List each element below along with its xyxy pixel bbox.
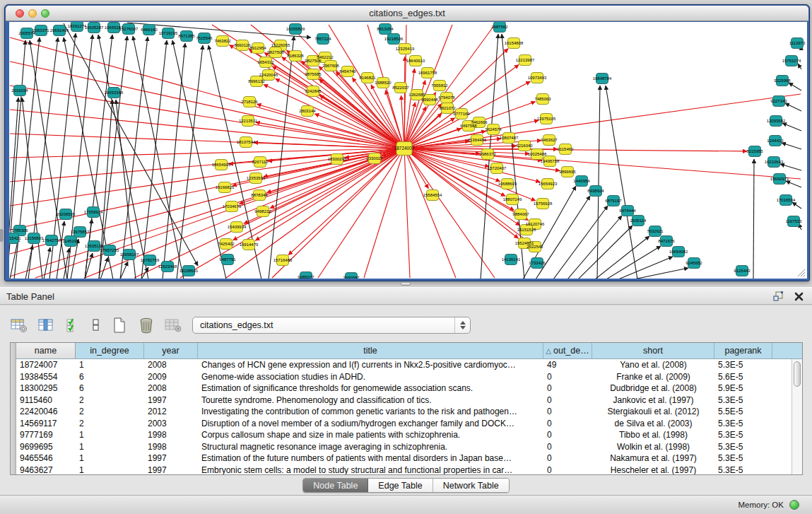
- cell-out_de[interactable]: 0: [543, 452, 592, 465]
- tab-edge-table[interactable]: Edge Table: [368, 479, 433, 492]
- tab-network-table[interactable]: Network Table: [433, 479, 509, 492]
- cell-title[interactable]: Investigating the contribution of common…: [198, 406, 543, 418]
- cell-pagerank[interactable]: 5.6E-5: [714, 371, 772, 383]
- column-header-pagerank[interactable]: pagerank: [714, 343, 772, 358]
- cell-name[interactable]: 18300295: [16, 382, 76, 395]
- cell-name[interactable]: 9465546: [16, 452, 76, 465]
- cell-pagerank[interactable]: 5.3E-5: [714, 452, 772, 465]
- tab-node-table[interactable]: Node Table: [303, 479, 368, 492]
- cell-pagerank[interactable]: 5.3E-5: [714, 418, 772, 430]
- cell-out_de[interactable]: 49: [543, 359, 592, 371]
- cell-short[interactable]: Yano et al. (2008): [592, 359, 714, 371]
- network-window-titlebar[interactable]: citations_edges.txt: [6, 6, 808, 21]
- cell-short[interactable]: de Silva et al. (2003): [592, 418, 714, 430]
- cell-short[interactable]: Franke et al. (2009): [592, 371, 714, 383]
- cell-year[interactable]: 1998: [144, 429, 198, 441]
- scrollbar-thumb[interactable]: [794, 361, 801, 387]
- table-row[interactable]: 911546021997Tourette syndrome. Phenomeno…: [16, 395, 792, 407]
- cell-short[interactable]: Dudbridge et al. (2008): [592, 382, 714, 395]
- cell-pagerank[interactable]: 5.3E-5: [714, 359, 772, 371]
- select-all-icon[interactable]: [64, 316, 82, 334]
- table-row[interactable]: 1456911722003Disruption of a novel membe…: [16, 418, 792, 430]
- close-panel-icon[interactable]: [794, 292, 804, 301]
- row-height-icon[interactable]: [90, 316, 102, 334]
- control-panel-collapsed-handle[interactable]: [0, 229, 4, 242]
- cell-in_degree[interactable]: 2: [76, 418, 144, 430]
- cell-out_de[interactable]: 0: [543, 395, 592, 407]
- cell-name[interactable]: 18724007: [16, 359, 76, 371]
- cell-in_degree[interactable]: 1: [76, 429, 144, 441]
- cell-pagerank[interactable]: 5.3E-5: [714, 429, 772, 441]
- cell-year[interactable]: 1997: [144, 395, 198, 407]
- cell-in_degree[interactable]: 1: [76, 465, 144, 475]
- cell-in_degree[interactable]: 6: [76, 382, 144, 395]
- cell-title[interactable]: Corpus callosum shape and size in male p…: [198, 429, 543, 441]
- cell-out_de[interactable]: 0: [543, 441, 592, 453]
- cell-title[interactable]: Tourette syndrome. Phenomenology and cla…: [198, 395, 543, 407]
- cell-name[interactable]: 9699695: [16, 441, 76, 453]
- column-header-name[interactable]: name: [16, 343, 76, 358]
- show-column-icon[interactable]: [37, 316, 55, 334]
- cell-in_degree[interactable]: 1: [76, 441, 144, 453]
- cell-name[interactable]: 19384554: [16, 371, 76, 383]
- cell-in_degree[interactable]: 1: [76, 452, 144, 465]
- cell-year[interactable]: 1998: [144, 441, 198, 453]
- cell-short[interactable]: Wolkin et al. (1998): [592, 441, 714, 453]
- cell-pagerank[interactable]: 5.3E-5: [714, 441, 772, 453]
- cell-title[interactable]: Estimation of significance thresholds fo…: [198, 382, 543, 395]
- table-vertical-scrollbar[interactable]: [792, 359, 802, 474]
- cell-short[interactable]: Jankovic et al. (1997): [592, 395, 714, 407]
- cell-name[interactable]: 9463627: [16, 465, 76, 475]
- cell-title[interactable]: Estimation of the future numbers of pati…: [198, 452, 543, 465]
- node-attribute-table[interactable]: namein_degreeyeartitle△out_de…shortpager…: [10, 342, 803, 475]
- cell-pagerank[interactable]: 5.9E-5: [714, 382, 772, 395]
- cell-year[interactable]: 2008: [144, 359, 198, 371]
- cell-pagerank[interactable]: 5.3E-5: [714, 395, 772, 407]
- cell-year[interactable]: 2012: [144, 406, 198, 418]
- table-options-icon[interactable]: [10, 316, 28, 334]
- cell-year[interactable]: 1997: [144, 452, 198, 465]
- cell-name[interactable]: 22420046: [16, 406, 76, 418]
- cell-short[interactable]: Tibbo et al. (1998): [592, 429, 714, 441]
- cell-in_degree[interactable]: 2: [76, 395, 144, 407]
- column-header-year[interactable]: year: [144, 343, 198, 358]
- resize-grip-icon[interactable]: [796, 267, 806, 277]
- cell-short[interactable]: Stergiakouli et al. (2012): [592, 406, 714, 418]
- cell-out_de[interactable]: 0: [543, 406, 592, 418]
- cell-out_de[interactable]: 0: [543, 382, 592, 395]
- cell-in_degree[interactable]: 2: [76, 406, 144, 418]
- cell-out_de[interactable]: 0: [543, 371, 592, 383]
- cell-year[interactable]: 2009: [144, 371, 198, 383]
- table-row[interactable]: 1872400712008Changes of HCN gene express…: [16, 359, 792, 371]
- cell-out_de[interactable]: 0: [543, 418, 592, 430]
- cell-in_degree[interactable]: 6: [76, 371, 144, 383]
- panel-splitter[interactable]: [0, 281, 812, 287]
- cell-short[interactable]: Nakamura et al. (1997): [592, 452, 714, 465]
- cell-pagerank[interactable]: 5.3E-5: [714, 465, 772, 475]
- splitter-handle[interactable]: [401, 282, 411, 286]
- column-header-short[interactable]: short: [592, 343, 714, 358]
- cell-title[interactable]: Disruption of a novel member of a sodium…: [198, 418, 543, 430]
- table-row[interactable]: 1938455462009Genome-wide association stu…: [16, 371, 792, 383]
- cell-in_degree[interactable]: 1: [76, 359, 144, 371]
- column-header-out_de[interactable]: △out_de…: [543, 343, 592, 358]
- column-header-in_degree[interactable]: in_degree: [76, 343, 144, 358]
- table-row[interactable]: 946362711997Embryonic stem cells: a mode…: [16, 465, 792, 475]
- cell-year[interactable]: 2003: [144, 418, 198, 430]
- network-canvas[interactable]: 2005574206337120691406183912741060528710…: [9, 22, 807, 279]
- cell-title[interactable]: Embryonic stem cells: a model to study s…: [198, 465, 543, 475]
- table-source-select[interactable]: citations_edges.txt: [192, 317, 471, 334]
- table-row[interactable]: 977716911998Corpus callosum shape and si…: [16, 429, 792, 441]
- column-header-title[interactable]: title: [198, 343, 543, 358]
- cell-out_de[interactable]: 0: [543, 465, 592, 475]
- cell-title[interactable]: Structural magnetic resonance image aver…: [198, 441, 543, 453]
- cell-short[interactable]: Hescheler et al. (1997): [592, 465, 714, 475]
- cell-out_de[interactable]: 0: [543, 429, 592, 441]
- cell-name[interactable]: 14569117: [16, 418, 76, 430]
- table-row[interactable]: 946554611997Estimation of the future num…: [16, 452, 792, 465]
- float-panel-icon[interactable]: [772, 291, 784, 302]
- cell-name[interactable]: 9777169: [16, 429, 76, 441]
- cell-title[interactable]: Changes of HCN gene expression and I(f) …: [198, 359, 543, 371]
- cell-name[interactable]: 9115460: [16, 395, 76, 407]
- table-row[interactable]: 2242004622012Investigating the contribut…: [16, 406, 792, 418]
